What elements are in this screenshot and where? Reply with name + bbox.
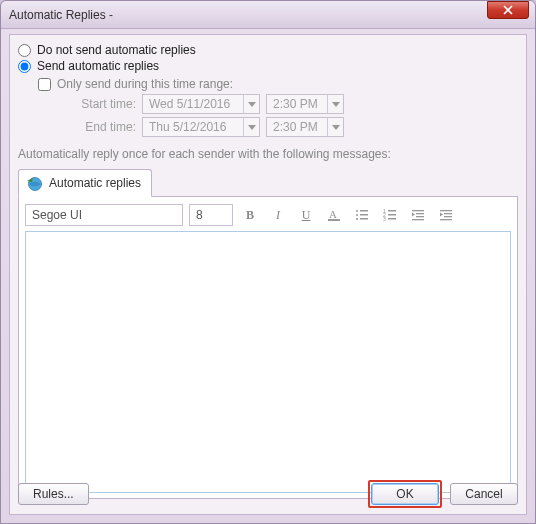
svg-rect-4 [360, 210, 368, 212]
numbering-icon: 123 [383, 208, 397, 222]
window-title: Automatic Replies - [9, 8, 487, 22]
indent-icon [439, 208, 453, 222]
message-editor[interactable] [25, 231, 511, 493]
close-button[interactable] [487, 1, 529, 19]
svg-text:A: A [329, 208, 337, 220]
ok-button[interactable]: OK [371, 483, 439, 505]
bullets-button[interactable] [351, 204, 373, 226]
end-date-drop[interactable] [243, 118, 259, 136]
cancel-button[interactable]: Cancel [450, 483, 518, 505]
format-toolbar: Segoe UI 8 B I U A 123 [25, 203, 511, 227]
outdent-button[interactable] [407, 204, 429, 226]
dialog-footer: Rules... OK Cancel [18, 480, 518, 508]
chevron-down-icon [248, 123, 256, 131]
section-label: Automatically reply once for each sender… [18, 147, 518, 161]
titlebar: Automatic Replies - [1, 1, 535, 29]
globe-icon [25, 174, 43, 192]
start-time-label: Start time: [68, 97, 136, 111]
radio-send-label: Send automatic replies [37, 59, 159, 73]
svg-rect-10 [388, 210, 396, 212]
svg-rect-18 [412, 219, 424, 220]
time-range-checkbox-row[interactable]: Only send during this time range: [38, 77, 518, 91]
svg-rect-22 [440, 219, 452, 220]
svg-rect-8 [360, 218, 368, 220]
outdent-icon [411, 208, 425, 222]
start-time-row: Start time: Wed 5/11/2016 2:30 PM [68, 94, 518, 114]
radio-do-not-send[interactable]: Do not send automatic replies [18, 43, 518, 57]
svg-point-7 [356, 218, 358, 220]
bullets-icon [355, 208, 369, 222]
svg-text:3: 3 [383, 216, 386, 222]
radio-do-not-send-label: Do not send automatic replies [37, 43, 196, 57]
underline-button[interactable]: U [295, 204, 317, 226]
radio-do-not-send-input[interactable] [18, 44, 31, 57]
time-range-checkbox[interactable] [38, 78, 51, 91]
close-icon [503, 5, 513, 15]
svg-rect-12 [388, 214, 396, 216]
end-time-combo[interactable]: 2:30 PM [266, 117, 344, 137]
svg-rect-6 [360, 214, 368, 216]
font-family-combo[interactable]: Segoe UI [25, 204, 183, 226]
radio-send-input[interactable] [18, 60, 31, 73]
tab-strip: Automatic replies [18, 167, 518, 197]
tab-automatic-replies[interactable]: Automatic replies [18, 169, 152, 197]
tab-panel: Segoe UI 8 B I U A 123 [18, 197, 518, 499]
svg-rect-17 [416, 216, 424, 217]
svg-rect-2 [328, 219, 340, 221]
end-time-drop[interactable] [327, 118, 343, 136]
svg-point-3 [356, 210, 358, 212]
font-color-icon: A [327, 208, 341, 222]
rules-button[interactable]: Rules... [18, 483, 89, 505]
end-date-combo[interactable]: Thu 5/12/2016 [142, 117, 260, 137]
end-date-value: Thu 5/12/2016 [143, 120, 243, 134]
svg-point-5 [356, 214, 358, 216]
bold-button[interactable]: B [239, 204, 261, 226]
svg-rect-16 [416, 213, 424, 214]
chevron-down-icon [332, 100, 340, 108]
numbering-button[interactable]: 123 [379, 204, 401, 226]
end-time-label: End time: [68, 120, 136, 134]
end-time-row: End time: Thu 5/12/2016 2:30 PM [68, 117, 518, 137]
end-time-value: 2:30 PM [267, 120, 327, 134]
ok-highlight: OK [368, 480, 442, 508]
dialog-body: Do not send automatic replies Send autom… [9, 34, 527, 515]
radio-send[interactable]: Send automatic replies [18, 59, 518, 73]
start-time-drop[interactable] [327, 95, 343, 113]
chevron-down-icon [332, 123, 340, 131]
svg-rect-21 [444, 216, 452, 217]
start-date-combo[interactable]: Wed 5/11/2016 [142, 94, 260, 114]
automatic-replies-dialog: Automatic Replies - Do not send automati… [0, 0, 536, 524]
chevron-down-icon [248, 100, 256, 108]
time-range-checkbox-label: Only send during this time range: [57, 77, 233, 91]
svg-rect-14 [388, 218, 396, 220]
start-time-combo[interactable]: 2:30 PM [266, 94, 344, 114]
svg-rect-15 [412, 210, 424, 211]
start-date-value: Wed 5/11/2016 [143, 97, 243, 111]
start-time-value: 2:30 PM [267, 97, 327, 111]
italic-button[interactable]: I [267, 204, 289, 226]
tab-label: Automatic replies [49, 176, 141, 190]
svg-rect-19 [440, 210, 452, 211]
indent-button[interactable] [435, 204, 457, 226]
svg-rect-20 [444, 213, 452, 214]
font-family-value: Segoe UI [26, 208, 182, 222]
font-size-combo[interactable]: 8 [189, 204, 233, 226]
font-size-value: 8 [190, 208, 232, 222]
font-color-button[interactable]: A [323, 204, 345, 226]
start-date-drop[interactable] [243, 95, 259, 113]
